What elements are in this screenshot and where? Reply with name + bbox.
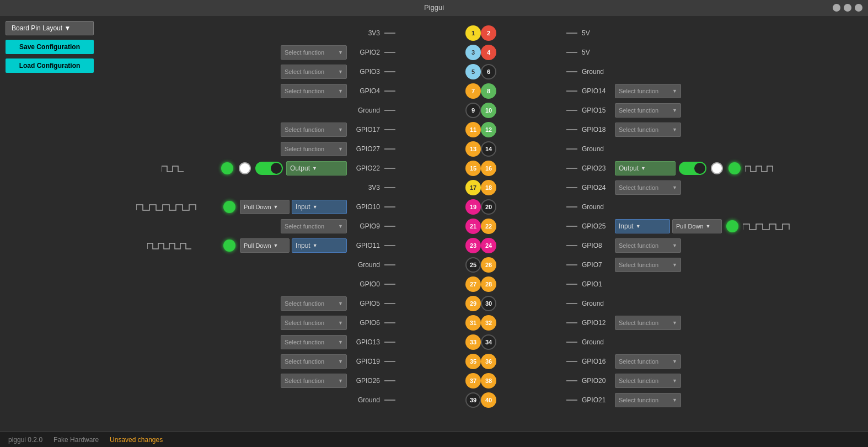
gpio21-func-select[interactable]: Select function▼	[615, 393, 681, 407]
left-label: GPIO26	[349, 377, 382, 385]
pin-11[interactable]: 11	[465, 122, 481, 137]
pin-30[interactable]: 30	[481, 296, 496, 311]
board-layout-button[interactable]: Board Pin Layout ▼	[6, 21, 94, 35]
pin-7[interactable]: 7	[465, 83, 481, 99]
gpio13-func-select[interactable]: Select function▼	[281, 335, 347, 349]
gpio15-func-select[interactable]: Select function▼	[615, 103, 681, 118]
left-label: GPIO19	[349, 358, 382, 365]
pin-9[interactable]: 9	[465, 103, 481, 118]
pin-38[interactable]: 38	[481, 373, 496, 389]
pin-13[interactable]: 13	[465, 141, 481, 157]
gpio19-func-select[interactable]: Select function▼	[281, 354, 347, 369]
gpio8-func-select[interactable]: Select function▼	[615, 238, 681, 253]
left-section: Select function▼ GPIO19	[109, 354, 395, 369]
gpio17-func-select[interactable]: Select function▼	[281, 123, 347, 137]
right-label: GPIO16	[580, 358, 613, 365]
pin-31[interactable]: 31	[465, 315, 481, 331]
gpio26-func-select[interactable]: Select function▼	[281, 374, 347, 388]
gpio5-func-select[interactable]: Select function▼	[281, 296, 347, 311]
pin-1[interactable]: 1	[465, 25, 481, 41]
pin-24[interactable]: 24	[481, 238, 496, 253]
right-label: GPIO20	[580, 377, 613, 385]
gpio9-func-select[interactable]: Select function▼	[281, 219, 347, 233]
pin-18[interactable]: 18	[481, 180, 496, 195]
gpio27-func-select[interactable]: Select function▼	[281, 142, 347, 156]
pin-23[interactable]: 23	[465, 238, 481, 253]
pin-5[interactable]: 5	[465, 64, 481, 79]
gpio7-func-select[interactable]: Select function▼	[615, 258, 681, 272]
gpio3-func-select[interactable]: Select function▼	[281, 65, 347, 79]
gpio22-output-dropdown[interactable]: Output▼	[286, 161, 347, 175]
close-button[interactable]	[855, 4, 862, 12]
pin-15[interactable]: 15	[465, 161, 481, 176]
toggle-green-left[interactable]	[255, 162, 283, 175]
left-wire	[384, 71, 395, 72]
pin-row: Select function▼ GPIO4 7 8 GPIO14 Select…	[109, 82, 853, 100]
pin-33[interactable]: 33	[465, 334, 481, 350]
gpio10-pulldown[interactable]: Pull Down▼	[240, 200, 290, 214]
right-wire	[566, 52, 577, 53]
pin-12[interactable]: 12	[481, 122, 496, 137]
pin-row: Select function▼ GPIO13 33 34 Ground	[109, 333, 853, 352]
right-wire	[566, 342, 577, 343]
pin-17[interactable]: 17	[465, 180, 481, 195]
pin-10[interactable]: 10	[481, 103, 496, 118]
gpio25-waveform	[743, 220, 809, 233]
pin-39[interactable]: 39	[465, 392, 481, 408]
gpio4-func-select[interactable]: Select function▼	[281, 84, 347, 98]
pin-14[interactable]: 14	[481, 141, 496, 157]
minimize-button[interactable]	[833, 4, 840, 12]
pin-34[interactable]: 34	[481, 334, 496, 350]
gpio24-func-select[interactable]: Select function▼	[615, 180, 681, 195]
pin-21[interactable]: 21	[465, 219, 481, 234]
pin-4[interactable]: 4	[481, 45, 496, 60]
gpio11-pulldown[interactable]: Pull Down▼	[240, 238, 290, 253]
gpio11-input-dropdown[interactable]: Input▼	[292, 238, 347, 253]
pin-36[interactable]: 36	[481, 354, 496, 369]
right-wire	[566, 91, 577, 92]
toggle-white-right[interactable]	[711, 162, 723, 174]
right-waveform	[745, 162, 800, 175]
pin-25[interactable]: 25	[465, 257, 481, 273]
gpio10-input-dropdown[interactable]: Input▼	[292, 200, 347, 214]
pin-40[interactable]: 40	[481, 392, 496, 408]
pin-22[interactable]: 22	[481, 219, 496, 234]
left-wire	[384, 148, 395, 150]
gpio12-func-select[interactable]: Select function▼	[615, 316, 681, 330]
gpio23-output-dropdown[interactable]: Output▼	[615, 161, 676, 175]
pin-32[interactable]: 32	[481, 315, 496, 331]
pin-6[interactable]: 6	[481, 64, 496, 79]
pin-2[interactable]: 2	[481, 25, 496, 41]
pin-16[interactable]: 16	[481, 161, 496, 176]
load-config-button[interactable]: Load Configuration	[6, 58, 94, 73]
toggle-green-right[interactable]	[679, 162, 706, 175]
toggle-white-left[interactable]	[239, 162, 251, 174]
pin-26[interactable]: 26	[481, 257, 496, 273]
gpio6-func-select[interactable]: Select function▼	[281, 316, 347, 330]
gpio2-func-select[interactable]: Select function▼	[281, 45, 347, 60]
pin-35[interactable]: 35	[465, 354, 481, 369]
center-pins: 27 28	[395, 276, 566, 292]
gpio16-func-select[interactable]: Select function▼	[615, 354, 681, 369]
pin-3[interactable]: 3	[465, 45, 481, 60]
gpio20-func-select[interactable]: Select function▼	[615, 374, 681, 388]
pin-29[interactable]: 29	[465, 296, 481, 311]
maximize-button[interactable]	[844, 4, 851, 12]
save-config-button[interactable]: Save Configuration	[6, 40, 94, 54]
gpio25-pulldown[interactable]: Pull Down▼	[672, 219, 722, 233]
pin-19[interactable]: 19	[465, 199, 481, 215]
pin-row: Select function▼ GPIO26 37 38 GPIO20 Sel…	[109, 371, 853, 390]
led-gpio25	[726, 220, 738, 232]
sidebar: Board Pin Layout ▼ Save Configuration Lo…	[6, 21, 94, 426]
pin-28[interactable]: 28	[481, 276, 496, 292]
pin-8[interactable]: 8	[481, 83, 496, 99]
gpio25-input-dropdown[interactable]: Input▼	[615, 219, 670, 233]
pin-27[interactable]: 27	[465, 276, 481, 292]
pin-37[interactable]: 37	[465, 373, 481, 389]
pin-20[interactable]: 20	[481, 199, 496, 215]
gpio14-func-select[interactable]: Select function▼	[615, 84, 681, 98]
right-label: GPIO14	[580, 87, 613, 95]
right-section: GPIO15 Select function▼	[566, 103, 853, 118]
right-section: GPIO1	[566, 280, 853, 288]
gpio18-func-select[interactable]: Select function▼	[615, 123, 681, 137]
